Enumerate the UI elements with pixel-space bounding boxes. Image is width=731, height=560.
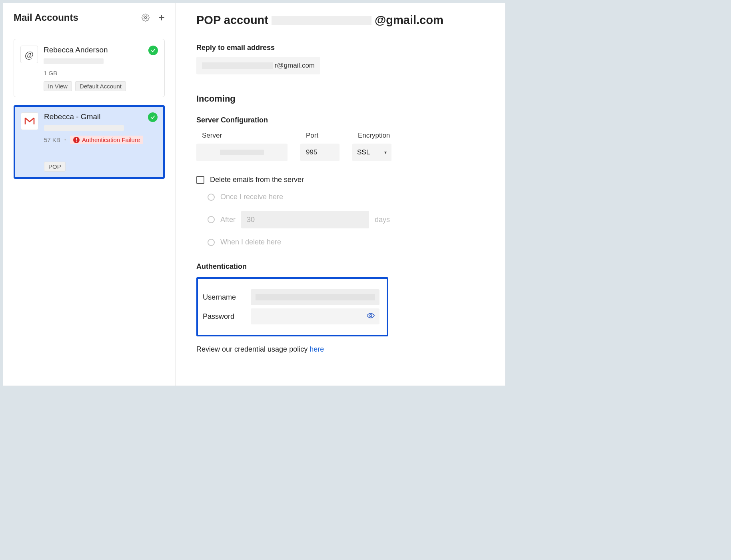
check-icon xyxy=(148,46,158,55)
account-body: Rebecca Anderson 1 GB In View Default Ac… xyxy=(44,46,158,91)
account-card-selected[interactable]: Rebecca - Gmail 57 KB • ! Authentication… xyxy=(14,105,165,179)
gear-icon[interactable] xyxy=(142,14,150,22)
page-title: POP account @gmail.com xyxy=(196,14,484,27)
eye-icon[interactable] xyxy=(367,312,375,321)
encryption-value: SSL xyxy=(357,148,370,156)
port-input[interactable]: 995 xyxy=(300,144,340,161)
port-label: Port xyxy=(300,132,340,140)
incoming-heading: Incoming xyxy=(196,94,484,104)
server-input[interactable] xyxy=(196,144,288,161)
plus-icon[interactable]: + xyxy=(158,12,165,23)
redacted-reply xyxy=(202,62,273,69)
radio-icon xyxy=(208,194,215,201)
radio-icon xyxy=(208,216,215,223)
error-badge: ! Authentication Failure xyxy=(70,136,143,144)
sidebar: Mail Accounts + @ Rebecca Anderson xyxy=(3,3,176,386)
server-config-row: Server Port 995 Encryption SSL ▾ xyxy=(196,132,484,161)
redacted-email xyxy=(44,58,104,64)
policy-text: Review our credential usage policy here xyxy=(196,345,484,354)
radio-when-delete[interactable]: When I delete here xyxy=(208,238,484,246)
sidebar-header-actions: + xyxy=(142,12,165,23)
separator-dot: • xyxy=(64,137,66,143)
encryption-select[interactable]: SSL ▾ xyxy=(352,144,391,161)
port-value: 995 xyxy=(306,148,317,156)
redacted-server xyxy=(220,150,264,155)
server-config-heading: Server Configuration xyxy=(196,116,484,124)
error-text: Authentication Failure xyxy=(82,136,140,143)
reply-label: Reply to email address xyxy=(196,44,484,52)
account-body: Rebecca - Gmail 57 KB • ! Authentication… xyxy=(44,112,158,172)
password-label: Password xyxy=(203,312,241,321)
account-card[interactable]: @ Rebecca Anderson 1 GB In View Default … xyxy=(14,39,165,97)
account-size: 1 GB xyxy=(44,70,158,76)
delete-label: Delete emails from the server xyxy=(210,176,304,184)
account-name: Rebecca - Gmail xyxy=(44,112,101,121)
radio-once-label: Once I receive here xyxy=(220,193,283,201)
checkbox-icon xyxy=(196,176,204,184)
radio-icon xyxy=(208,239,215,246)
title-suffix: @gmail.com xyxy=(375,14,443,27)
chevron-down-icon: ▾ xyxy=(384,150,387,155)
svg-point-0 xyxy=(144,17,146,19)
radio-after-days[interactable]: After days xyxy=(208,211,484,228)
app-frame: Mail Accounts + @ Rebecca Anderson xyxy=(3,3,505,386)
delete-emails-checkbox[interactable]: Delete emails from the server xyxy=(196,176,484,184)
check-icon xyxy=(148,112,158,122)
title-prefix: POP account xyxy=(196,14,268,27)
main-panel: POP account @gmail.com Reply to email ad… xyxy=(176,3,505,386)
tag-default: Default Account xyxy=(75,81,126,91)
server-label: Server xyxy=(196,132,288,140)
auth-box: Username Password xyxy=(196,277,388,336)
radio-after-suffix: days xyxy=(375,216,390,224)
redacted-title-email xyxy=(272,16,371,25)
auth-heading: Authentication xyxy=(196,262,484,271)
tag-pop: POP xyxy=(44,162,66,172)
account-name: Rebecca Anderson xyxy=(44,46,108,54)
at-icon: @ xyxy=(20,46,38,63)
delete-options: Once I receive here After days When I de… xyxy=(196,193,484,246)
account-size: 57 KB xyxy=(44,136,60,143)
redacted-username xyxy=(256,294,375,300)
radio-when-delete-label: When I delete here xyxy=(220,238,281,246)
username-label: Username xyxy=(203,293,241,302)
radio-once-receive[interactable]: Once I receive here xyxy=(208,193,484,201)
redacted-email xyxy=(44,125,124,131)
username-input[interactable] xyxy=(251,289,379,305)
password-input[interactable] xyxy=(251,308,379,324)
sidebar-title: Mail Accounts xyxy=(14,12,78,23)
delete-emails-group: Delete emails from the server Once I rec… xyxy=(196,176,484,246)
radio-after-prefix: After xyxy=(220,216,236,224)
svg-point-1 xyxy=(370,315,372,317)
sidebar-header: Mail Accounts + xyxy=(14,12,165,29)
after-days-input[interactable] xyxy=(241,211,369,228)
policy-link[interactable]: here xyxy=(310,345,324,353)
reply-email-input[interactable]: r@gmail.com xyxy=(196,57,320,74)
tag-in-view: In View xyxy=(44,81,72,91)
username-row: Username xyxy=(203,289,379,305)
gmail-icon xyxy=(21,112,38,130)
reply-suffix: r@gmail.com xyxy=(275,62,315,70)
encryption-label: Encryption xyxy=(352,132,391,140)
password-row: Password xyxy=(203,308,379,324)
alert-icon: ! xyxy=(73,137,80,143)
policy-prefix: Review our credential usage policy xyxy=(196,345,310,353)
